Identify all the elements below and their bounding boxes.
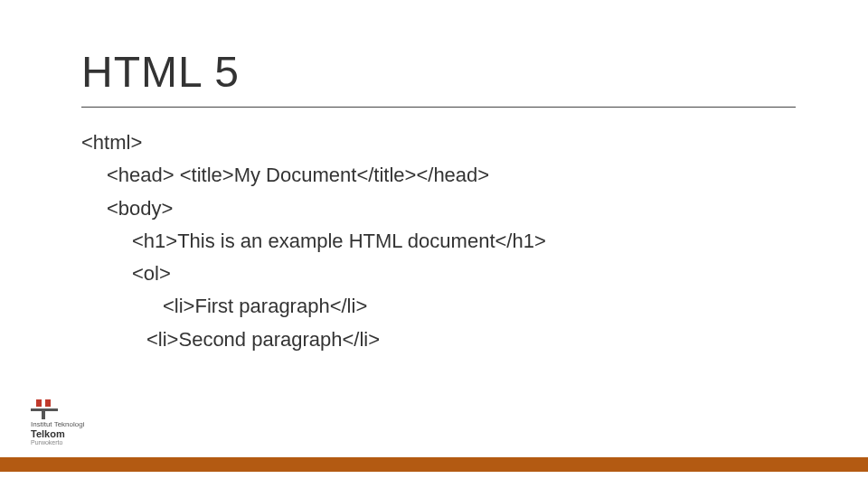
- code-block: <html> <head> <title>My Document</title>…: [81, 127, 546, 356]
- logo-line2: Telkom: [31, 428, 65, 439]
- footer-bar: [0, 457, 868, 472]
- logo-line3: Purwokerto: [31, 439, 62, 446]
- slide-title: HTML 5: [81, 47, 240, 97]
- institution-logo: Institut Teknologi Telkom Purwokerto: [31, 399, 84, 446]
- code-line: <head> <title>My Document</title></head>: [81, 159, 546, 192]
- slide: HTML 5 <html> <head> <title>My Document<…: [0, 0, 868, 488]
- code-line: <li>First paragraph</li>: [81, 290, 546, 323]
- logo-line1: Institut Teknologi: [31, 421, 84, 428]
- code-line: <html>: [81, 127, 546, 159]
- svg-rect-3: [42, 408, 45, 419]
- code-line: <h1>This is an example HTML document</h1…: [81, 225, 546, 258]
- code-line: <li>Second paragraph</li>: [81, 324, 546, 356]
- code-line: <ol>: [81, 258, 546, 290]
- code-line: <body>: [81, 192, 546, 225]
- svg-rect-0: [36, 399, 42, 407]
- title-underline: [81, 107, 796, 108]
- svg-rect-1: [45, 399, 51, 407]
- telkom-logo-icon: [31, 399, 58, 419]
